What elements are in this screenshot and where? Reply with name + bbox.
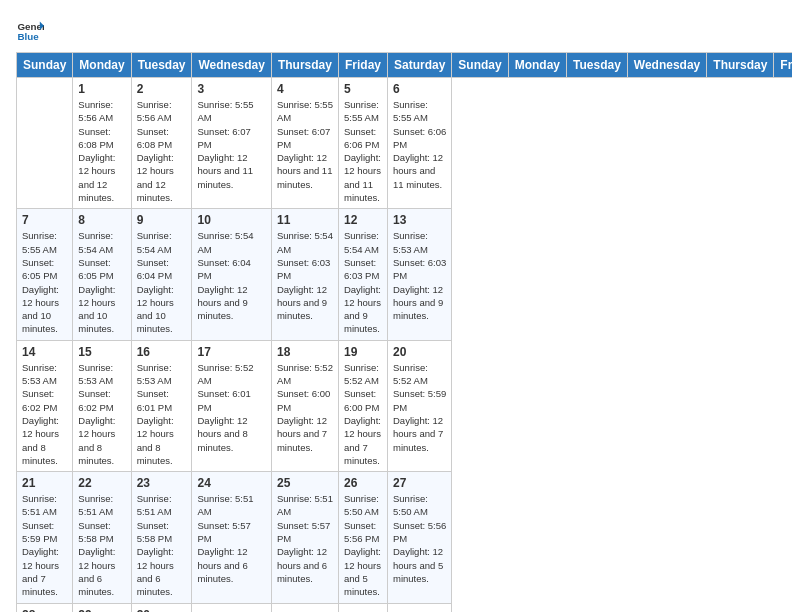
day-info: Sunrise: 5:51 AMSunset: 5:57 PMDaylight:… [277,492,333,585]
day-number: 6 [393,82,446,96]
day-number: 21 [22,476,67,490]
day-info: Sunrise: 5:53 AMSunset: 6:01 PMDaylight:… [137,361,187,467]
column-header-tuesday: Tuesday [567,53,628,78]
day-number: 2 [137,82,187,96]
column-header-wednesday: Wednesday [627,53,706,78]
column-header-friday: Friday [774,53,792,78]
column-header-sunday: Sunday [452,53,508,78]
calendar-cell [271,603,338,612]
day-info: Sunrise: 5:50 AMSunset: 5:56 PMDaylight:… [393,492,446,585]
day-info: Sunrise: 5:55 AMSunset: 6:05 PMDaylight:… [22,229,67,335]
calendar-cell [192,603,271,612]
column-header-friday: Friday [338,53,387,78]
day-info: Sunrise: 5:53 AMSunset: 6:02 PMDaylight:… [22,361,67,467]
day-number: 30 [137,608,187,613]
day-info: Sunrise: 5:53 AMSunset: 6:03 PMDaylight:… [393,229,446,322]
calendar-cell: 20 Sunrise: 5:52 AMSunset: 5:59 PMDaylig… [387,340,451,471]
calendar-cell: 14 Sunrise: 5:53 AMSunset: 6:02 PMDaylig… [17,340,73,471]
calendar-cell: 21 Sunrise: 5:51 AMSunset: 5:59 PMDaylig… [17,472,73,603]
svg-text:Blue: Blue [17,31,39,42]
calendar-cell: 16 Sunrise: 5:53 AMSunset: 6:01 PMDaylig… [131,340,192,471]
day-info: Sunrise: 5:51 AMSunset: 5:58 PMDaylight:… [78,492,125,598]
week-row-4: 21 Sunrise: 5:51 AMSunset: 5:59 PMDaylig… [17,472,793,603]
calendar-cell [387,603,451,612]
day-number: 8 [78,213,125,227]
day-number: 24 [197,476,265,490]
day-number: 7 [22,213,67,227]
calendar-cell: 13 Sunrise: 5:53 AMSunset: 6:03 PMDaylig… [387,209,451,340]
calendar-cell: 22 Sunrise: 5:51 AMSunset: 5:58 PMDaylig… [73,472,131,603]
day-number: 9 [137,213,187,227]
day-info: Sunrise: 5:54 AMSunset: 6:04 PMDaylight:… [137,229,187,335]
day-number: 5 [344,82,382,96]
day-number: 28 [22,608,67,613]
calendar-cell: 3 Sunrise: 5:55 AMSunset: 6:07 PMDayligh… [192,78,271,209]
calendar-cell: 4 Sunrise: 5:55 AMSunset: 6:07 PMDayligh… [271,78,338,209]
calendar-cell: 29 Sunrise: 5:50 AMSunset: 5:55 PMDaylig… [73,603,131,612]
calendar-cell: 15 Sunrise: 5:53 AMSunset: 6:02 PMDaylig… [73,340,131,471]
day-number: 15 [78,345,125,359]
calendar-cell: 24 Sunrise: 5:51 AMSunset: 5:57 PMDaylig… [192,472,271,603]
calendar-cell: 19 Sunrise: 5:52 AMSunset: 6:00 PMDaylig… [338,340,387,471]
day-number: 20 [393,345,446,359]
day-number: 19 [344,345,382,359]
day-info: Sunrise: 5:54 AMSunset: 6:03 PMDaylight:… [277,229,333,322]
calendar-cell: 6 Sunrise: 5:55 AMSunset: 6:06 PMDayligh… [387,78,451,209]
day-info: Sunrise: 5:52 AMSunset: 6:01 PMDaylight:… [197,361,265,454]
day-number: 22 [78,476,125,490]
day-info: Sunrise: 5:55 AMSunset: 6:06 PMDaylight:… [393,98,446,191]
day-number: 18 [277,345,333,359]
column-header-monday: Monday [508,53,566,78]
day-number: 26 [344,476,382,490]
column-header-sunday: Sunday [17,53,73,78]
column-header-monday: Monday [73,53,131,78]
day-number: 3 [197,82,265,96]
day-info: Sunrise: 5:51 AMSunset: 5:59 PMDaylight:… [22,492,67,598]
day-number: 10 [197,213,265,227]
day-number: 13 [393,213,446,227]
calendar-cell: 27 Sunrise: 5:50 AMSunset: 5:56 PMDaylig… [387,472,451,603]
calendar-cell: 28 Sunrise: 5:50 AMSunset: 5:55 PMDaylig… [17,603,73,612]
day-info: Sunrise: 5:54 AMSunset: 6:04 PMDaylight:… [197,229,265,322]
day-info: Sunrise: 5:51 AMSunset: 5:58 PMDaylight:… [137,492,187,598]
calendar-cell [17,78,73,209]
week-row-3: 14 Sunrise: 5:53 AMSunset: 6:02 PMDaylig… [17,340,793,471]
header-row: SundayMondayTuesdayWednesdayThursdayFrid… [17,53,793,78]
day-info: Sunrise: 5:55 AMSunset: 6:07 PMDaylight:… [277,98,333,191]
day-number: 16 [137,345,187,359]
day-info: Sunrise: 5:52 AMSunset: 6:00 PMDaylight:… [344,361,382,467]
day-info: Sunrise: 5:55 AMSunset: 6:06 PMDaylight:… [344,98,382,204]
column-header-thursday: Thursday [707,53,774,78]
day-info: Sunrise: 5:51 AMSunset: 5:57 PMDaylight:… [197,492,265,585]
day-info: Sunrise: 5:52 AMSunset: 6:00 PMDaylight:… [277,361,333,454]
calendar-cell: 5 Sunrise: 5:55 AMSunset: 6:06 PMDayligh… [338,78,387,209]
day-number: 14 [22,345,67,359]
day-number: 11 [277,213,333,227]
logo: General Blue [16,16,48,44]
calendar-cell: 18 Sunrise: 5:52 AMSunset: 6:00 PMDaylig… [271,340,338,471]
calendar-cell [338,603,387,612]
calendar-cell: 17 Sunrise: 5:52 AMSunset: 6:01 PMDaylig… [192,340,271,471]
calendar-cell: 9 Sunrise: 5:54 AMSunset: 6:04 PMDayligh… [131,209,192,340]
calendar-cell: 2 Sunrise: 5:56 AMSunset: 6:08 PMDayligh… [131,78,192,209]
day-number: 23 [137,476,187,490]
header: General Blue [16,16,776,44]
calendar-cell: 10 Sunrise: 5:54 AMSunset: 6:04 PMDaylig… [192,209,271,340]
calendar-cell: 26 Sunrise: 5:50 AMSunset: 5:56 PMDaylig… [338,472,387,603]
day-number: 17 [197,345,265,359]
day-info: Sunrise: 5:54 AMSunset: 6:05 PMDaylight:… [78,229,125,335]
calendar-cell: 25 Sunrise: 5:51 AMSunset: 5:57 PMDaylig… [271,472,338,603]
day-info: Sunrise: 5:55 AMSunset: 6:07 PMDaylight:… [197,98,265,191]
day-number: 1 [78,82,125,96]
day-info: Sunrise: 5:56 AMSunset: 6:08 PMDaylight:… [137,98,187,204]
calendar-cell: 8 Sunrise: 5:54 AMSunset: 6:05 PMDayligh… [73,209,131,340]
calendar-cell: 30 Sunrise: 5:50 AMSunset: 5:54 PMDaylig… [131,603,192,612]
column-header-wednesday: Wednesday [192,53,271,78]
calendar-table: SundayMondayTuesdayWednesdayThursdayFrid… [16,52,792,612]
logo-icon: General Blue [16,16,44,44]
week-row-5: 28 Sunrise: 5:50 AMSunset: 5:55 PMDaylig… [17,603,793,612]
week-row-1: 1 Sunrise: 5:56 AMSunset: 6:08 PMDayligh… [17,78,793,209]
calendar-cell: 23 Sunrise: 5:51 AMSunset: 5:58 PMDaylig… [131,472,192,603]
calendar-cell: 7 Sunrise: 5:55 AMSunset: 6:05 PMDayligh… [17,209,73,340]
week-row-2: 7 Sunrise: 5:55 AMSunset: 6:05 PMDayligh… [17,209,793,340]
